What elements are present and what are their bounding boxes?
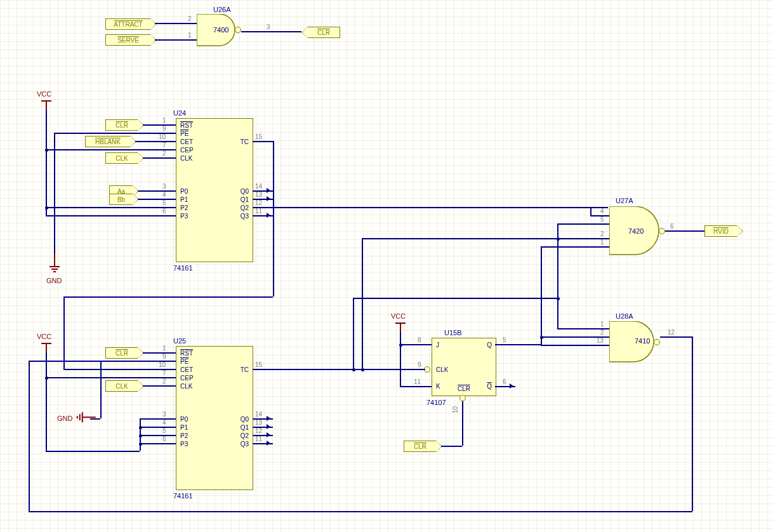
pin-num: 4 — [600, 208, 604, 215]
u15b-des: U15B — [444, 329, 462, 336]
wire — [590, 223, 609, 225]
wire — [665, 230, 700, 232]
junction — [399, 343, 402, 347]
pin-num: 12 — [255, 199, 262, 206]
pin-num: 6 — [670, 223, 674, 230]
wire — [418, 386, 432, 387]
u27a-bubble — [659, 228, 665, 234]
pin-label: Q — [487, 383, 492, 390]
gnd-label: GND — [46, 277, 62, 284]
wire — [29, 361, 100, 362]
wire — [100, 361, 102, 418]
pin-num: 1 — [600, 239, 604, 246]
junction — [352, 368, 355, 371]
tag-clr-u25: CLR — [105, 347, 138, 359]
pin-num: 10 — [159, 361, 166, 368]
wire — [273, 141, 274, 296]
nc-arrow — [267, 416, 270, 421]
wire — [353, 298, 557, 299]
pin-num: 10 — [452, 406, 459, 413]
pin-num: 1 — [600, 321, 604, 328]
pin-num: 9 — [418, 361, 421, 368]
wire — [138, 199, 155, 200]
pin-label: CLR — [458, 385, 470, 392]
nc-arrow — [267, 441, 270, 446]
wire — [362, 238, 363, 369]
u28a-bubble — [654, 339, 660, 345]
gnd-symbol — [54, 253, 55, 266]
nc-arrow — [267, 424, 270, 429]
junction — [45, 206, 48, 209]
u27a-type: 7420 — [628, 227, 644, 235]
pin-label: P1 — [180, 424, 188, 431]
pin-num: 2 — [188, 15, 192, 22]
pin-num: 6 — [162, 436, 166, 442]
wire — [63, 296, 65, 369]
tag-clr-u15b: CLR — [404, 441, 437, 452]
junction — [45, 149, 48, 152]
u27a-des: U27A — [616, 197, 633, 204]
junction — [45, 376, 48, 380]
wire — [155, 385, 176, 387]
tag-clk-u24: CLK — [105, 152, 138, 164]
pin-label: Q — [487, 342, 492, 349]
pin-label: CLK — [180, 383, 192, 390]
tag-label: Bb — [117, 196, 125, 203]
pin-label: P1 — [180, 196, 188, 203]
gnd-label: GND — [57, 415, 72, 422]
pin-label: P2 — [180, 204, 188, 211]
tag-label: CLK — [116, 383, 128, 390]
tag-label: CLK — [116, 155, 128, 162]
pin-num: 12 — [255, 427, 262, 434]
tag-attract-label: ATTRACT — [114, 21, 142, 28]
pin-num: 3 — [162, 411, 166, 418]
wire — [541, 246, 542, 345]
wire — [253, 369, 273, 370]
wire — [557, 328, 590, 329]
pin-label: CEP — [180, 147, 194, 154]
wire — [63, 296, 273, 298]
pin-num: 1 — [162, 345, 166, 352]
wire — [135, 141, 155, 142]
pin-num: 7 — [162, 142, 166, 149]
pin-num: 1 — [162, 117, 166, 124]
clr-bubble — [459, 395, 466, 401]
u15b-type: 74107 — [426, 399, 446, 406]
wire — [590, 328, 609, 329]
wire — [46, 451, 140, 452]
pin-num: 14 — [255, 183, 262, 190]
pin-num: 11 — [255, 208, 262, 215]
nc-arrow — [267, 188, 270, 193]
wire — [541, 246, 590, 248]
tag-serve-label: SERVE — [117, 37, 139, 44]
wire — [241, 31, 301, 32]
pin-num: 15 — [255, 361, 262, 368]
pin-label: Q3 — [241, 213, 249, 220]
wire — [90, 418, 100, 420]
wire — [400, 386, 418, 387]
wire — [140, 418, 155, 420]
pin-num: 5 — [600, 216, 604, 223]
u25-type: 74161 — [173, 492, 193, 500]
pin-label: J — [436, 342, 439, 349]
junction — [139, 426, 142, 429]
wire — [362, 238, 590, 239]
wire — [418, 344, 432, 345]
wire — [557, 298, 558, 328]
wire — [29, 511, 692, 512]
tag-clr-out-label: CLR — [317, 29, 330, 36]
pin-num: 11 — [414, 378, 421, 385]
wire — [138, 190, 155, 192]
tag-bb: Bb — [109, 194, 133, 205]
u25-des: U25 — [173, 337, 186, 345]
wire — [400, 344, 418, 345]
wire — [63, 369, 155, 370]
u26a-type: 7400 — [213, 26, 228, 34]
wire — [541, 336, 590, 338]
wire — [400, 332, 401, 386]
pin-label: Q0 — [241, 416, 249, 423]
wire — [29, 361, 30, 511]
junction — [557, 237, 560, 241]
vcc-label: VCC — [37, 90, 51, 98]
pin-label: P0 — [180, 416, 188, 423]
